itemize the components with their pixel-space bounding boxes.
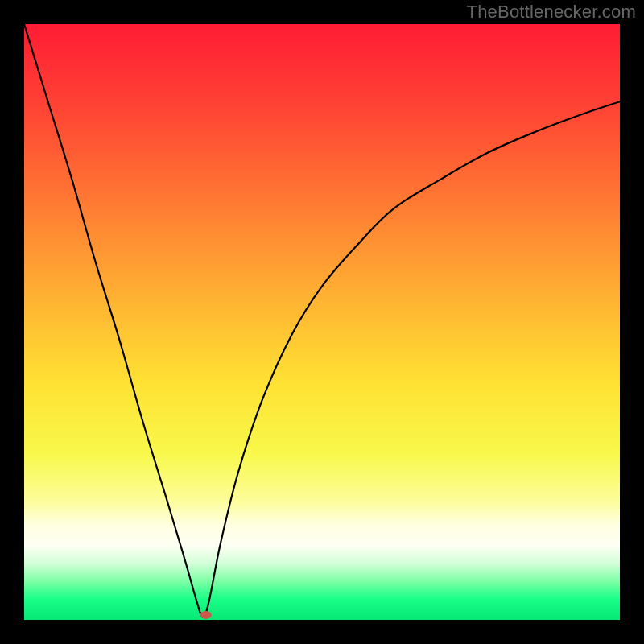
watermark-text: TheBottlenecker.com bbox=[467, 2, 636, 23]
chart-frame: TheBottlenecker.com bbox=[0, 0, 644, 644]
minimum-marker bbox=[200, 611, 212, 619]
plot-area bbox=[24, 24, 620, 620]
chart-svg bbox=[24, 24, 620, 620]
